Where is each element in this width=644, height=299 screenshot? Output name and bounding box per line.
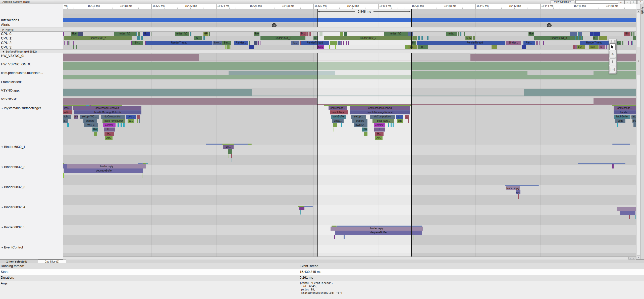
trace-slice[interactable] bbox=[324, 105, 411, 106]
counter-fill[interactable] bbox=[229, 71, 317, 75]
trace-slice[interactable] bbox=[139, 119, 140, 123]
trace-slice[interactable]: RenderThread bbox=[301, 41, 329, 45]
trace-slice[interactable]: B... bbox=[418, 45, 428, 49]
trace-slice[interactable] bbox=[304, 206, 313, 207]
counter-fill[interactable] bbox=[63, 89, 252, 96]
trace-slice[interactable] bbox=[460, 32, 461, 36]
trace-slice[interactable] bbox=[473, 36, 475, 40]
trace-slice[interactable]: dequeueBuffer bbox=[335, 231, 422, 235]
forward-button[interactable]: → bbox=[624, 0, 630, 4]
trace-slice[interactable] bbox=[300, 210, 301, 215]
trace-slice[interactable] bbox=[68, 41, 69, 45]
trace-slice[interactable]: RenderThread bbox=[445, 41, 505, 45]
trace-slice[interactable] bbox=[94, 132, 97, 136]
trace-slice[interactable]: pre bbox=[74, 115, 78, 119]
trace-slice[interactable]: prepare bbox=[83, 119, 97, 123]
trace-slice[interactable] bbox=[543, 41, 544, 45]
expander-arrow-icon[interactable]: ▼ bbox=[1, 226, 3, 229]
trace-slice[interactable] bbox=[629, 215, 630, 219]
trace-slice[interactable]: onMessage... bbox=[614, 106, 636, 110]
selection-tool-icon[interactable] bbox=[609, 43, 616, 50]
trace-slice[interactable] bbox=[225, 45, 226, 49]
trace-slice[interactable]: tch... bbox=[63, 115, 71, 119]
trace-slice[interactable]: handle... bbox=[614, 110, 636, 114]
trace-slice[interactable] bbox=[417, 41, 445, 45]
trace-slice[interactable] bbox=[330, 41, 337, 45]
trace-slice[interactable]: Bin bbox=[624, 32, 630, 36]
trace-slice[interactable] bbox=[78, 32, 83, 36]
trace-slice[interactable] bbox=[421, 36, 423, 40]
view-options-button[interactable]: View Options ▾ bbox=[551, 0, 574, 4]
counter-fill[interactable] bbox=[411, 75, 636, 79]
trace-slice[interactable] bbox=[464, 32, 465, 36]
trace-slice[interactable] bbox=[229, 154, 229, 158]
selection-left-line[interactable] bbox=[317, 9, 318, 257]
trace-slice[interactable] bbox=[335, 45, 336, 49]
trace-slice[interactable] bbox=[346, 41, 347, 45]
trace-slice[interactable] bbox=[141, 36, 143, 40]
trace-slice[interactable] bbox=[340, 32, 343, 36]
trace-slice[interactable]: B... bbox=[300, 32, 306, 36]
trace-slice[interactable] bbox=[203, 36, 205, 40]
trace-slice[interactable] bbox=[222, 144, 234, 145]
trace-slice[interactable]: GP bbox=[203, 32, 208, 36]
trace-slice[interactable] bbox=[137, 36, 140, 40]
trace-slice[interactable] bbox=[617, 123, 618, 127]
trace-slice[interactable] bbox=[67, 41, 68, 45]
trace-slice[interactable] bbox=[232, 158, 232, 162]
trace-slice[interactable]: upda... bbox=[332, 119, 344, 123]
trace-slice[interactable] bbox=[590, 32, 600, 36]
expander-arrow-icon[interactable]: ▼ bbox=[1, 206, 3, 209]
trace-slice[interactable]: SDM bbox=[465, 36, 472, 40]
trace-slice[interactable]: postFramebuffer bbox=[102, 119, 125, 123]
trace-slice[interactable] bbox=[341, 123, 342, 127]
trace-slice[interactable] bbox=[573, 45, 575, 49]
trace-slice[interactable] bbox=[334, 127, 334, 132]
timeline-ruler[interactable]: 15416 ms15418 ms15420 ms15422 ms15424 ms… bbox=[63, 4, 636, 9]
sidebar-item-binder-6832-3[interactable]: ▼Binder:6832_3 bbox=[1, 185, 25, 189]
trace-slice[interactable]: onMessageReceived bbox=[350, 106, 410, 110]
trace-slice[interactable] bbox=[76, 45, 77, 49]
counter-fill[interactable] bbox=[252, 96, 524, 96]
trace-slice[interactable] bbox=[63, 18, 636, 22]
trace-slice[interactable]: HWCSe... bbox=[354, 123, 367, 127]
trace-slice[interactable] bbox=[632, 41, 633, 45]
zoom-tool-icon[interactable]: ⬇ bbox=[609, 58, 616, 65]
search-input[interactable] bbox=[575, 0, 619, 4]
trace-slice[interactable] bbox=[628, 41, 629, 45]
trace-slice[interactable]: upda bbox=[615, 119, 625, 123]
trace-slice[interactable] bbox=[633, 32, 634, 36]
sidebar-item-binder-6832-1[interactable]: ▼Binder:6832_1 bbox=[1, 145, 25, 149]
trace-slice[interactable]: Binder:9564_3 bbox=[260, 36, 305, 40]
trace-slice[interactable] bbox=[341, 41, 342, 45]
trace-slice[interactable] bbox=[136, 32, 137, 36]
trace-slice[interactable] bbox=[606, 45, 607, 49]
trace-slice[interactable] bbox=[137, 115, 140, 119]
trace-slice[interactable] bbox=[334, 235, 335, 239]
tab-cpu-slice[interactable]: Cpu Slice (1) bbox=[38, 260, 66, 264]
scrollbar-thumb[interactable]: ⇕ bbox=[637, 47, 640, 75]
trace-slice[interactable] bbox=[388, 123, 389, 127]
trace-slice[interactable] bbox=[633, 123, 636, 127]
expander-arrow-icon[interactable]: ▼ bbox=[1, 246, 3, 249]
trace-slice[interactable]: less... bbox=[63, 106, 72, 110]
trace-slice[interactable] bbox=[231, 154, 232, 158]
trace-slice[interactable] bbox=[254, 41, 257, 45]
trace-slice[interactable] bbox=[631, 32, 632, 36]
trace-slice[interactable] bbox=[612, 144, 630, 145]
trace-slice[interactable] bbox=[86, 105, 89, 106]
counter-fill[interactable] bbox=[199, 61, 470, 61]
horizontal-scroll-strip[interactable]: ◂ ▸ bbox=[63, 257, 636, 260]
trace-slice[interactable]: Ren... bbox=[523, 41, 535, 45]
trace-slice[interactable]: kwo... bbox=[589, 45, 599, 49]
trace-slice[interactable]: pre bbox=[632, 119, 636, 123]
trace-slice[interactable]: ksc... bbox=[577, 45, 585, 49]
trace-slice[interactable] bbox=[622, 41, 623, 45]
trace-slice[interactable] bbox=[617, 207, 636, 211]
trace-slice[interactable]: B... bbox=[593, 36, 598, 40]
trace-slice[interactable] bbox=[227, 45, 230, 49]
trace-slice[interactable] bbox=[344, 32, 347, 36]
sidebar-item-eventcontrol[interactable]: ▼EventControl bbox=[1, 245, 23, 249]
trace-slice[interactable] bbox=[338, 41, 341, 45]
vertical-scrollbar[interactable]: ▲ ⇕ ▼ bbox=[636, 9, 640, 259]
